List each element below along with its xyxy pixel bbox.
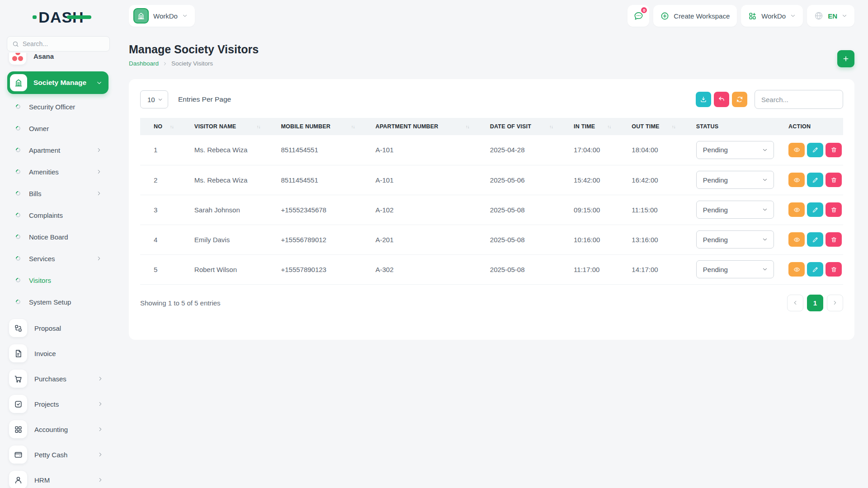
reload-button[interactable] (732, 92, 747, 107)
sidebar-sub-item[interactable]: Visitors (0, 269, 117, 291)
cell-in-time: 09:15:00 (561, 195, 619, 225)
circle-bullet-icon (15, 277, 21, 283)
sidebar-search-input[interactable] (23, 40, 104, 47)
sort-icon[interactable]: ↑↓ (462, 124, 469, 129)
sidebar-sub-item-label: Owner (29, 125, 49, 132)
column-header[interactable]: ACTION ↑↓ (776, 118, 843, 135)
sidebar-sub-item[interactable]: Apartment (0, 139, 117, 161)
circle-bullet-icon (15, 103, 21, 110)
sidebar-search[interactable] (7, 36, 110, 52)
chevron-right-icon (163, 61, 167, 66)
sidebar-module-item[interactable]: Accounting (0, 417, 117, 442)
sidebar-sub-item-label: Visitors (29, 277, 51, 284)
sidebar-sub-item[interactable]: Bills (0, 183, 117, 204)
cell-mobile-number: 8511454551 (268, 135, 363, 165)
chevron-down-icon (96, 80, 102, 86)
entries-per-page-select[interactable]: 10 (140, 90, 168, 108)
column-header[interactable]: MOBILE NUMBER ↑↓ (268, 118, 363, 135)
status-select[interactable]: Pending (696, 260, 774, 278)
chevron-right-icon (832, 300, 838, 305)
cell-apartment-number: A-101 (363, 165, 477, 195)
edit-button[interactable] (807, 173, 823, 187)
view-button[interactable] (788, 262, 805, 277)
pencil-icon (812, 236, 819, 243)
sidebar-sub-item[interactable]: Complaints (0, 204, 117, 226)
sidebar-module-item[interactable]: Petty Cash (0, 442, 117, 467)
language-selector[interactable]: EN (807, 5, 854, 27)
circle-bullet-icon (15, 299, 21, 305)
edit-button[interactable] (807, 262, 823, 277)
view-button[interactable] (788, 173, 805, 187)
column-header[interactable]: STATUS ↑↓ (684, 118, 776, 135)
sidebar-sub-item[interactable]: Security Officer (0, 96, 117, 117)
sort-icon[interactable]: ↑↓ (668, 124, 675, 129)
sort-icon[interactable]: ↑↓ (166, 124, 174, 129)
delete-button[interactable] (826, 232, 842, 247)
sidebar-group-society-manage[interactable]: Society Manage (7, 71, 108, 94)
status-value: Pending (703, 206, 728, 214)
breadcrumb-current: Society Visitors (171, 60, 213, 67)
sidebar-module-label: Projects (34, 400, 59, 408)
create-workspace-button[interactable]: Create Workspace (653, 5, 737, 27)
view-button[interactable] (788, 202, 805, 217)
edit-button[interactable] (807, 232, 823, 247)
reset-button[interactable] (714, 92, 729, 107)
sidebar-module-item[interactable]: Purchases (0, 366, 117, 391)
column-header[interactable]: APARTMENT NUMBER ↑↓ (363, 118, 477, 135)
edit-button[interactable] (807, 202, 823, 217)
column-header[interactable]: IN TIME ↑↓ (561, 118, 619, 135)
table-search-input[interactable] (755, 90, 843, 109)
column-header[interactable]: NO ↑↓ (140, 118, 182, 135)
sort-icon[interactable]: ↑↓ (347, 124, 354, 129)
sidebar-module-item[interactable]: Projects (0, 391, 117, 417)
previous-page-button[interactable] (787, 295, 803, 311)
sidebar-item-asana[interactable]: Asana (0, 53, 117, 66)
view-button[interactable] (788, 143, 805, 157)
delete-button[interactable] (826, 143, 842, 157)
sidebar-module-item[interactable]: Proposal (0, 315, 117, 341)
sidebar-sub-item[interactable]: Owner (0, 117, 117, 139)
sort-icon[interactable]: ↑↓ (604, 124, 611, 129)
breadcrumb: Dashboard Society Visitors (129, 60, 259, 67)
sidebar-sub-item[interactable]: Notice Board (0, 226, 117, 248)
workspace-building-icon (133, 8, 149, 23)
sidebar-sub-item[interactable]: Amenities (0, 161, 117, 183)
view-button[interactable] (788, 232, 805, 247)
page-number-button[interactable]: 1 (807, 295, 823, 311)
workspace-switcher-button[interactable]: WorkDo (129, 5, 195, 27)
status-select[interactable]: Pending (696, 141, 774, 159)
column-header-label: STATUS (696, 123, 718, 130)
status-select[interactable]: Pending (696, 171, 774, 189)
add-visitor-button[interactable] (837, 50, 854, 67)
delete-button[interactable] (826, 262, 842, 277)
export-button[interactable] (696, 92, 711, 107)
delete-button[interactable] (826, 202, 842, 217)
sidebar-sub-item[interactable]: System Setup (0, 291, 117, 313)
pencil-icon (812, 206, 819, 213)
sidebar-module-item[interactable]: HRM (0, 467, 117, 488)
circle-bullet-icon (15, 190, 21, 197)
cell-out-time: 14:17:00 (619, 254, 684, 284)
apps-menu-button[interactable]: WorkDo (741, 5, 803, 27)
sort-icon[interactable]: ↑↓ (253, 124, 260, 129)
chevron-right-icon (96, 256, 102, 261)
cell-date-of-visit: 2025-05-08 (477, 254, 561, 284)
column-header[interactable]: OUT TIME ↑↓ (619, 118, 684, 135)
eye-icon (793, 146, 800, 153)
status-select[interactable]: Pending (696, 230, 774, 249)
cell-visitor-name: Ms. Rebeca Wiza (182, 165, 269, 195)
messages-button[interactable]: 0 (627, 5, 649, 27)
status-select[interactable]: Pending (696, 201, 774, 219)
breadcrumb-dashboard-link[interactable]: Dashboard (129, 60, 159, 67)
sort-icon[interactable]: ↑↓ (546, 124, 553, 129)
next-page-button[interactable] (827, 295, 843, 311)
cell-apartment-number: A-101 (363, 135, 477, 165)
status-value: Pending (703, 176, 728, 184)
sidebar-module-item[interactable]: Invoice (0, 341, 117, 366)
delete-button[interactable] (826, 173, 842, 187)
column-header[interactable]: DATE OF VISIT ↑↓ (477, 118, 561, 135)
sidebar-sub-item[interactable]: Services (0, 248, 117, 269)
column-header[interactable]: VISITOR NAME ↑↓ (182, 118, 269, 135)
edit-button[interactable] (807, 143, 823, 157)
column-header-label: MOBILE NUMBER (281, 123, 330, 130)
